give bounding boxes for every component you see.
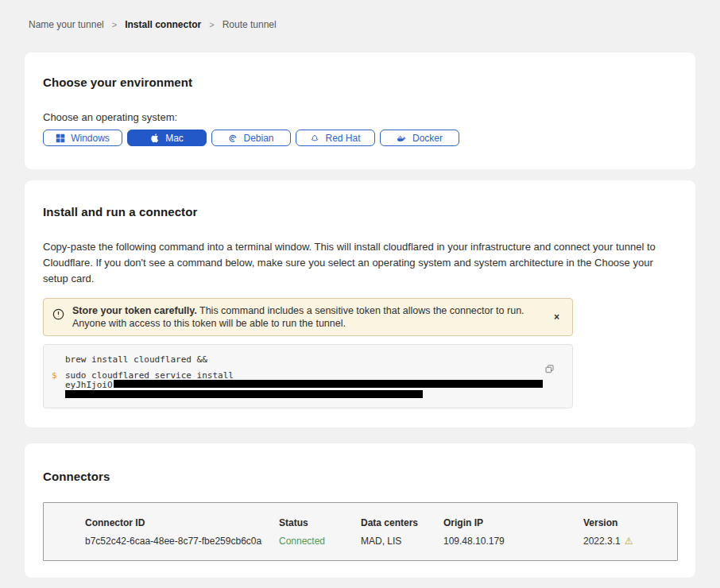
alert-message: Store your token carefully. This command… <box>72 304 543 330</box>
redhat-icon <box>310 133 319 143</box>
cell-version: 2022.3.1⚠ <box>583 536 669 547</box>
os-button-windows[interactable]: Windows <box>43 130 122 146</box>
table-row: b7c52c42-6caa-48ee-8c77-fbe259cb6c0a Con… <box>85 536 669 547</box>
copy-command-button[interactable] <box>544 364 555 377</box>
header-origin-ip: Origin IP <box>443 517 583 528</box>
install-description: Copy-paste the following command into a … <box>43 239 672 287</box>
command-token-line-2 <box>65 390 540 398</box>
breadcrumb: Name your tunnel > Install connector > R… <box>29 19 695 30</box>
header-data-centers: Data centers <box>361 517 443 528</box>
alert-message-bold: Store your token carefully. <box>72 305 197 316</box>
token-warning-alert: Store your token carefully. This command… <box>43 298 573 336</box>
os-button-label: Mac <box>165 133 184 144</box>
command-line-1: brew install cloudflared && <box>65 355 540 364</box>
cell-status: Connected <box>279 536 361 547</box>
cell-connector-id: b7c52c42-6caa-48ee-8c77-fbe259cb6c0a <box>85 536 279 547</box>
os-button-debian[interactable]: Debian <box>211 130 291 146</box>
os-button-label: Docker <box>412 133 443 144</box>
alert-close-icon[interactable]: × <box>551 311 563 323</box>
version-warning-icon: ⚠ <box>625 536 633 546</box>
breadcrumb-install-connector[interactable]: Install connector <box>125 19 201 30</box>
os-button-mac[interactable]: Mac <box>127 130 207 146</box>
os-button-group: Windows Mac Debian Red Hat <box>43 130 676 146</box>
install-connector-title: Install and run a connector <box>43 205 672 219</box>
command-line-2: $sudo cloudflared service install <box>65 371 540 380</box>
copy-icon <box>544 365 555 377</box>
choose-environment-card: Choose your environment Choose an operat… <box>25 52 695 169</box>
breadcrumb-name-your-tunnel[interactable]: Name your tunnel <box>29 19 104 30</box>
os-button-redhat[interactable]: Red Hat <box>296 130 375 146</box>
breadcrumb-route-tunnel[interactable]: Route tunnel <box>223 19 277 30</box>
version-value: 2022.3.1 <box>583 536 621 547</box>
breadcrumb-separator-icon: > <box>112 20 117 29</box>
header-version: Version <box>583 517 669 528</box>
shell-prompt: $ <box>52 371 57 380</box>
os-button-docker[interactable]: Docker <box>380 130 459 146</box>
os-select-label: Choose an operating system: <box>43 111 676 123</box>
connectors-table-header: Connector ID Status Data centers Origin … <box>85 517 669 528</box>
choose-environment-title: Choose your environment <box>43 75 676 89</box>
cell-origin-ip: 109.48.10.179 <box>443 536 583 547</box>
connectors-card: Connectors Connector ID Status Data cent… <box>25 443 695 578</box>
header-status: Status <box>279 517 361 528</box>
redacted-token-bar <box>114 380 543 388</box>
header-connector-id: Connector ID <box>85 517 279 528</box>
windows-icon <box>56 133 65 143</box>
os-button-label: Debian <box>243 133 273 144</box>
redacted-token-bar <box>65 390 423 398</box>
breadcrumb-separator-icon: > <box>209 20 214 29</box>
install-connector-card: Install and run a connector Copy-paste t… <box>25 180 695 427</box>
os-button-label: Windows <box>71 133 110 144</box>
connectors-table: Connector ID Status Data centers Origin … <box>43 502 678 561</box>
docker-icon <box>397 133 407 143</box>
command-token-line: eyJhIjoiO <box>65 380 540 389</box>
page: Name your tunnel > Install connector > R… <box>0 0 720 588</box>
token-prefix: eyJhIjoiO <box>65 380 113 390</box>
install-command-codeblock: brew install cloudflared && $sudo cloudf… <box>43 344 573 408</box>
debian-icon <box>228 133 238 143</box>
apple-icon <box>150 133 160 143</box>
connectors-title: Connectors <box>43 470 678 483</box>
os-button-label: Red Hat <box>325 133 360 144</box>
alert-circle-icon <box>52 308 64 323</box>
cell-data-centers: MAD, LIS <box>361 536 443 547</box>
